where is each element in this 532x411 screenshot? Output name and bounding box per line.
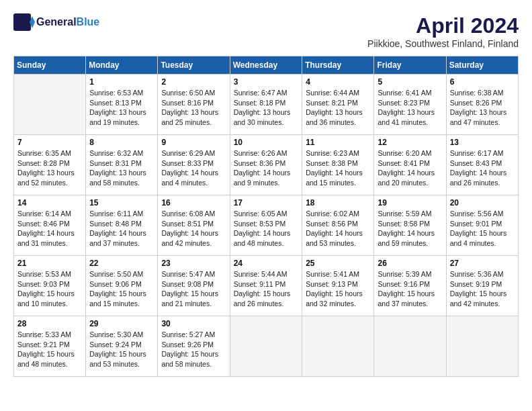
calendar-cell: 18Sunrise: 6:02 AM Sunset: 8:56 PM Dayli… bbox=[302, 195, 374, 256]
day-number: 24 bbox=[234, 259, 299, 268]
day-number: 14 bbox=[17, 198, 82, 208]
day-number: 5 bbox=[378, 77, 442, 87]
calendar-cell: 4Sunrise: 6:44 AM Sunset: 8:21 PM Daylig… bbox=[302, 75, 374, 135]
calendar-cell: 26Sunrise: 5:39 AM Sunset: 9:16 PM Dayli… bbox=[374, 256, 446, 316]
day-info: Sunrise: 6:05 AM Sunset: 8:53 PM Dayligh… bbox=[234, 209, 299, 248]
calendar-cell bbox=[230, 316, 302, 377]
day-number: 20 bbox=[450, 198, 515, 208]
day-number: 26 bbox=[378, 259, 442, 268]
logo-blue: Blue bbox=[77, 16, 100, 28]
month-title: April 2024 bbox=[367, 13, 519, 38]
day-info: Sunrise: 5:33 AM Sunset: 9:21 PM Dayligh… bbox=[17, 330, 82, 369]
day-number: 18 bbox=[306, 198, 370, 208]
day-info: Sunrise: 6:20 AM Sunset: 8:41 PM Dayligh… bbox=[378, 148, 442, 188]
week-row: 21Sunrise: 5:53 AM Sunset: 9:03 PM Dayli… bbox=[14, 256, 519, 316]
weekday-header: Thursday bbox=[302, 56, 374, 75]
day-number: 11 bbox=[306, 138, 370, 147]
day-info: Sunrise: 6:53 AM Sunset: 8:13 PM Dayligh… bbox=[89, 88, 154, 128]
calendar-cell bbox=[446, 316, 518, 377]
calendar-cell bbox=[374, 316, 446, 377]
day-number: 1 bbox=[89, 77, 154, 87]
day-info: Sunrise: 5:41 AM Sunset: 9:13 PM Dayligh… bbox=[306, 269, 370, 309]
day-number: 10 bbox=[234, 138, 299, 147]
calendar-cell: 6Sunrise: 6:38 AM Sunset: 8:26 PM Daylig… bbox=[446, 75, 518, 135]
calendar-cell: 19Sunrise: 5:59 AM Sunset: 8:58 PM Dayli… bbox=[374, 195, 446, 256]
day-number: 3 bbox=[234, 77, 299, 87]
calendar-cell: 8Sunrise: 6:32 AM Sunset: 8:31 PM Daylig… bbox=[86, 135, 158, 195]
day-number: 9 bbox=[161, 138, 226, 147]
calendar-cell: 21Sunrise: 5:53 AM Sunset: 9:03 PM Dayli… bbox=[14, 256, 86, 316]
calendar-table: SundayMondayTuesdayWednesdayThursdayFrid… bbox=[13, 56, 519, 377]
day-info: Sunrise: 5:36 AM Sunset: 9:19 PM Dayligh… bbox=[450, 269, 515, 309]
day-info: Sunrise: 6:23 AM Sunset: 8:38 PM Dayligh… bbox=[306, 148, 370, 188]
week-row: 1Sunrise: 6:53 AM Sunset: 8:13 PM Daylig… bbox=[14, 75, 519, 135]
calendar-cell: 14Sunrise: 6:14 AM Sunset: 8:46 PM Dayli… bbox=[14, 195, 86, 256]
weekday-header: Tuesday bbox=[158, 56, 230, 75]
calendar-cell: 10Sunrise: 6:26 AM Sunset: 8:36 PM Dayli… bbox=[230, 135, 302, 195]
day-info: Sunrise: 6:17 AM Sunset: 8:43 PM Dayligh… bbox=[450, 148, 515, 188]
calendar-cell: 30Sunrise: 5:27 AM Sunset: 9:26 PM Dayli… bbox=[158, 316, 230, 377]
day-info: Sunrise: 6:47 AM Sunset: 8:18 PM Dayligh… bbox=[234, 88, 299, 128]
calendar-cell: 3Sunrise: 6:47 AM Sunset: 8:18 PM Daylig… bbox=[230, 75, 302, 135]
day-number: 15 bbox=[89, 198, 154, 208]
weekday-header: Wednesday bbox=[230, 56, 302, 75]
calendar-cell: 12Sunrise: 6:20 AM Sunset: 8:41 PM Dayli… bbox=[374, 135, 446, 195]
calendar-cell: 15Sunrise: 6:11 AM Sunset: 8:48 PM Dayli… bbox=[86, 195, 158, 256]
calendar-cell: 29Sunrise: 5:30 AM Sunset: 9:24 PM Dayli… bbox=[86, 316, 158, 377]
day-info: Sunrise: 5:50 AM Sunset: 9:06 PM Dayligh… bbox=[89, 269, 154, 309]
day-info: Sunrise: 5:59 AM Sunset: 8:58 PM Dayligh… bbox=[378, 209, 442, 248]
day-info: Sunrise: 6:41 AM Sunset: 8:23 PM Dayligh… bbox=[378, 88, 442, 128]
day-number: 16 bbox=[161, 198, 226, 208]
calendar-cell: 23Sunrise: 5:47 AM Sunset: 9:08 PM Dayli… bbox=[158, 256, 230, 316]
day-number: 6 bbox=[450, 77, 515, 87]
day-info: Sunrise: 6:44 AM Sunset: 8:21 PM Dayligh… bbox=[306, 88, 370, 128]
day-info: Sunrise: 6:29 AM Sunset: 8:33 PM Dayligh… bbox=[161, 148, 226, 188]
day-info: Sunrise: 5:27 AM Sunset: 9:26 PM Dayligh… bbox=[161, 330, 226, 369]
calendar-cell: 17Sunrise: 6:05 AM Sunset: 8:53 PM Dayli… bbox=[230, 195, 302, 256]
logo: GeneralBlue bbox=[13, 13, 99, 31]
weekday-header: Sunday bbox=[14, 56, 86, 75]
calendar-cell: 13Sunrise: 6:17 AM Sunset: 8:43 PM Dayli… bbox=[446, 135, 518, 195]
day-info: Sunrise: 5:30 AM Sunset: 9:24 PM Dayligh… bbox=[89, 330, 154, 369]
day-info: Sunrise: 6:38 AM Sunset: 8:26 PM Dayligh… bbox=[450, 88, 515, 128]
day-info: Sunrise: 6:14 AM Sunset: 8:46 PM Dayligh… bbox=[17, 209, 82, 248]
calendar-cell: 1Sunrise: 6:53 AM Sunset: 8:13 PM Daylig… bbox=[86, 75, 158, 135]
calendar-cell: 11Sunrise: 6:23 AM Sunset: 8:38 PM Dayli… bbox=[302, 135, 374, 195]
calendar-cell: 7Sunrise: 6:35 AM Sunset: 8:28 PM Daylig… bbox=[14, 135, 86, 195]
day-number: 12 bbox=[378, 138, 442, 147]
day-number: 13 bbox=[450, 138, 515, 147]
day-info: Sunrise: 6:08 AM Sunset: 8:51 PM Dayligh… bbox=[161, 209, 226, 248]
day-info: Sunrise: 5:44 AM Sunset: 9:11 PM Dayligh… bbox=[234, 269, 299, 309]
svg-rect-0 bbox=[13, 13, 31, 31]
day-info: Sunrise: 5:47 AM Sunset: 9:08 PM Dayligh… bbox=[161, 269, 226, 309]
day-number: 29 bbox=[89, 319, 154, 328]
day-info: Sunrise: 6:50 AM Sunset: 8:16 PM Dayligh… bbox=[161, 88, 226, 128]
day-info: Sunrise: 6:32 AM Sunset: 8:31 PM Dayligh… bbox=[89, 148, 154, 188]
day-number: 30 bbox=[161, 319, 226, 328]
logo-icon bbox=[13, 13, 35, 31]
calendar-cell: 16Sunrise: 6:08 AM Sunset: 8:51 PM Dayli… bbox=[158, 195, 230, 256]
weekday-header: Saturday bbox=[446, 56, 518, 75]
calendar-cell bbox=[14, 75, 86, 135]
day-number: 25 bbox=[306, 259, 370, 268]
calendar-cell: 9Sunrise: 6:29 AM Sunset: 8:33 PM Daylig… bbox=[158, 135, 230, 195]
calendar-cell: 27Sunrise: 5:36 AM Sunset: 9:19 PM Dayli… bbox=[446, 256, 518, 316]
title-block: April 2024 Piikkioe, Southwest Finland, … bbox=[367, 13, 519, 49]
day-number: 22 bbox=[89, 259, 154, 268]
calendar-cell: 28Sunrise: 5:33 AM Sunset: 9:21 PM Dayli… bbox=[14, 316, 86, 377]
calendar-cell: 24Sunrise: 5:44 AM Sunset: 9:11 PM Dayli… bbox=[230, 256, 302, 316]
calendar-cell: 5Sunrise: 6:41 AM Sunset: 8:23 PM Daylig… bbox=[374, 75, 446, 135]
calendar-cell: 25Sunrise: 5:41 AM Sunset: 9:13 PM Dayli… bbox=[302, 256, 374, 316]
week-row: 28Sunrise: 5:33 AM Sunset: 9:21 PM Dayli… bbox=[14, 316, 519, 377]
day-number: 4 bbox=[306, 77, 370, 87]
day-number: 2 bbox=[161, 77, 226, 87]
calendar-cell: 20Sunrise: 5:56 AM Sunset: 9:01 PM Dayli… bbox=[446, 195, 518, 256]
weekday-header: Friday bbox=[374, 56, 446, 75]
day-number: 21 bbox=[17, 259, 82, 268]
calendar-cell bbox=[302, 316, 374, 377]
location-title: Piikkioe, Southwest Finland, Finland bbox=[367, 38, 519, 49]
weekday-header-row: SundayMondayTuesdayWednesdayThursdayFrid… bbox=[14, 56, 519, 75]
day-info: Sunrise: 6:02 AM Sunset: 8:56 PM Dayligh… bbox=[306, 209, 370, 248]
calendar-cell: 2Sunrise: 6:50 AM Sunset: 8:16 PM Daylig… bbox=[158, 75, 230, 135]
day-number: 7 bbox=[17, 138, 82, 147]
